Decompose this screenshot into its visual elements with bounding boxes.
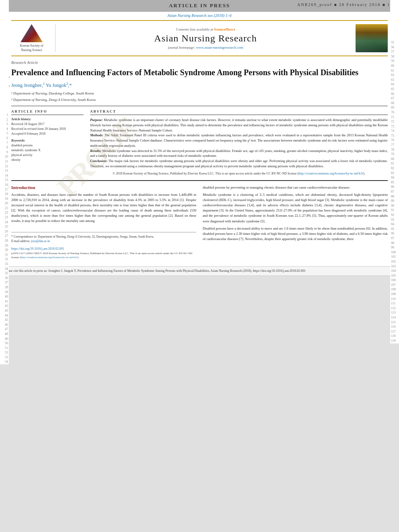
- ln-96: 96: [391, 231, 399, 236]
- abstract-text: Purpose: Metabolic syndrome is an import…: [90, 117, 388, 176]
- doi-line[interactable]: https://doi.org/10.1016/j.anr.2018.02.00…: [11, 247, 196, 251]
- journal-cover-image: [356, 24, 388, 52]
- ln-25: 25: [0, 224, 8, 229]
- ln-106: 106: [391, 278, 399, 283]
- ln-53: 53: [0, 355, 8, 360]
- ln-105: 105: [391, 273, 399, 278]
- article-info-column: ARTICLE INFO Article history: Received 1…: [11, 109, 84, 176]
- ln-118: 118: [391, 334, 399, 339]
- abstract-methods: Methods: The Adult Treatment Panel III c…: [90, 133, 388, 148]
- ln-51: 51: [0, 346, 8, 351]
- ln-103: 103: [391, 264, 399, 269]
- ln-108: 108: [391, 287, 399, 292]
- ln-74: 74: [391, 129, 399, 134]
- journal-header: Asian Nursing Research xxx (2018) 1–6 Ko…: [0, 12, 399, 56]
- ln-1: 1: [0, 113, 8, 117]
- ln-110: 110: [391, 297, 399, 302]
- intro-body-right: disabled persons by preventing or managi…: [203, 185, 388, 242]
- copyright-footer-link[interactable]: http://creativecommons.org/licenses/by-n…: [21, 256, 78, 259]
- ln-32: 32: [0, 257, 8, 262]
- ln-79: 79: [391, 152, 399, 157]
- ln-3: 3: [0, 122, 8, 127]
- ln-70: 70: [391, 110, 399, 115]
- ln-82: 82: [391, 166, 399, 171]
- results-label: Results:: [90, 149, 101, 153]
- research-article-label: Research Article: [11, 60, 388, 65]
- ln-24: 24: [0, 220, 8, 225]
- journal-title: Asian Nursing Research: [60, 33, 352, 44]
- article-received: Received 18 August 2017 Received in revi…: [11, 122, 84, 136]
- ln-71: 71: [391, 115, 399, 120]
- section-divider: [11, 180, 388, 181]
- purpose-text: Metabolic syndrome is an important clust…: [90, 118, 388, 132]
- ln-84: 84: [391, 175, 399, 180]
- ln-34: 34: [0, 267, 8, 271]
- affiliation-2: ² Department of Nursing, Dong-A Universi…: [11, 97, 388, 103]
- ln-26: 26: [0, 229, 8, 234]
- ln-88: 88: [391, 194, 399, 199]
- conclusion-text: The major risk factors for metabolic syn…: [90, 159, 388, 168]
- ln-68: 68: [391, 101, 399, 106]
- ln-47: 47: [0, 327, 8, 332]
- ln-40: 40: [0, 294, 8, 299]
- abstract-copyright: © 2018 Korean Society of Nursing Science…: [90, 171, 388, 176]
- intro-para2-right: disabled persons by preventing or managi…: [203, 185, 388, 190]
- ln-65: 65: [391, 87, 399, 92]
- ln-99: 99: [391, 245, 399, 250]
- ln-102: 102: [391, 259, 399, 264]
- ln-50: 50: [0, 341, 8, 346]
- affiliations: ¹ Department of Nursing, Daedong College…: [11, 91, 388, 103]
- sciencedirect-name[interactable]: ScienceDirect: [214, 27, 235, 31]
- journal-logo-left: Korean Society of Nursing Science: [11, 24, 56, 52]
- ln-4: 4: [0, 127, 8, 131]
- ln-60: 60: [391, 64, 399, 68]
- ln-69: 69: [391, 105, 399, 110]
- journal-logo-text: Korean Society of Nursing Science: [20, 44, 43, 52]
- journal-url-top: Asian Nursing Research xxx (2018) 1–6: [11, 12, 388, 19]
- line-numbers-right: 55 56 57 58 59 60 61 62 63 64 65 66 67 6…: [390, 0, 399, 343]
- ln-45: 45: [0, 318, 8, 322]
- ln-42: 42: [0, 304, 8, 308]
- ln-87: 87: [391, 189, 399, 194]
- ln-111: 111: [391, 301, 399, 306]
- top-bar: ARTICLE IN PRESS ANR269_proof ■ 28 Febru…: [0, 0, 399, 12]
- ln-44: 44: [0, 313, 8, 318]
- body-left-col: Q11 Introduction Accidents, disasters, a…: [11, 185, 196, 260]
- line-numbers-left: 1 2 3 4 5 6 7 8 9 10 11 12 13 14 15 16 1…: [0, 0, 9, 364]
- ln-109: 109: [391, 292, 399, 297]
- email-link[interactable]: joyu@dau.ac.kr: [31, 239, 50, 243]
- author-jeonghee: Jeong Jeonghee,: [11, 82, 43, 88]
- ln-54: 54: [0, 359, 8, 364]
- ln-18: 18: [0, 192, 8, 197]
- ln-22: 22: [0, 210, 8, 215]
- ln-59: 59: [391, 59, 399, 64]
- ln-92: 92: [391, 213, 399, 218]
- affil2-text: ² Department of Nursing, Dong-A Universi…: [11, 98, 96, 102]
- copyright-link[interactable]: http://creativecommons.org/licenses/by-n…: [298, 172, 363, 175]
- methods-label: Methods:: [90, 133, 103, 137]
- affiliation-1: ¹ Department of Nursing, Daedong College…: [11, 91, 388, 97]
- article-info-heading: ARTICLE INFO: [11, 109, 84, 115]
- ln-30: 30: [0, 248, 8, 253]
- conclusion-label: Conclusion:: [90, 159, 107, 163]
- ln-78: 78: [391, 148, 399, 152]
- ln-98: 98: [391, 241, 399, 246]
- ln-83: 83: [391, 171, 399, 176]
- ln-46: 46: [0, 322, 8, 327]
- ln-64: 64: [391, 82, 399, 87]
- ln-61: 61: [391, 68, 399, 73]
- ln-48: 48: [0, 332, 8, 337]
- ln-6: 6: [0, 136, 8, 141]
- footnote-section: * Correspondence to: Department of Nursi…: [11, 232, 196, 260]
- journal-homepage-link[interactable]: www.asian-nursingresearch.com: [196, 45, 243, 49]
- ln-85: 85: [391, 180, 399, 185]
- abstract-column: ABSTRACT Purpose: Metabolic syndrome is …: [90, 109, 388, 176]
- ln-2: 2: [0, 117, 8, 122]
- body-right-col: disabled persons by preventing or managi…: [203, 185, 388, 260]
- ln-5: 5: [0, 131, 8, 136]
- ln-81: 81: [391, 161, 399, 166]
- ln-7: 7: [0, 141, 8, 146]
- intro-heading: Introduction: [11, 185, 196, 190]
- ln-119: 119: [391, 339, 399, 343]
- ln-31: 31: [0, 253, 8, 257]
